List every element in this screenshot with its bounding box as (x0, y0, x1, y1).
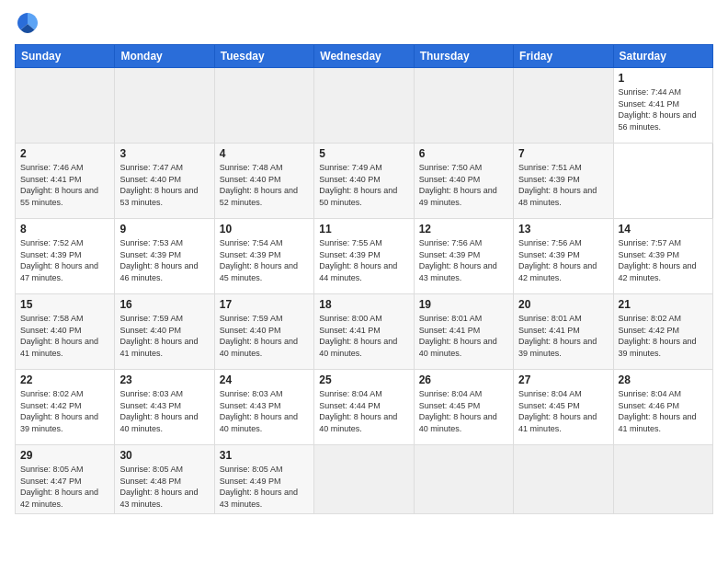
day-info: Sunrise: 7:57 AM Sunset: 4:39 PM Dayligh… (619, 237, 708, 283)
day-number: 27 (518, 373, 608, 386)
day-info: Sunrise: 7:56 AM Sunset: 4:39 PM Dayligh… (419, 237, 508, 283)
calendar-cell: 17 Sunrise: 7:59 AM Sunset: 4:40 PM Dayl… (214, 294, 313, 370)
logo-icon (15, 11, 40, 37)
day-number: 17 (220, 298, 309, 311)
calendar-cell: 3 Sunrise: 7:47 AM Sunset: 4:40 PM Dayli… (115, 144, 214, 219)
calendar-cell: 15 Sunrise: 7:58 AM Sunset: 4:40 PM Dayl… (16, 294, 115, 370)
day-info: Sunrise: 7:52 AM Sunset: 4:39 PM Dayligh… (20, 237, 109, 283)
day-info: Sunrise: 7:54 AM Sunset: 4:39 PM Dayligh… (220, 237, 309, 283)
day-info: Sunrise: 7:48 AM Sunset: 4:40 PM Dayligh… (220, 162, 309, 208)
day-info: Sunrise: 8:04 AM Sunset: 4:45 PM Dayligh… (419, 388, 508, 434)
header (15, 11, 713, 37)
day-number: 4 (220, 147, 309, 160)
day-number: 2 (20, 147, 109, 160)
day-info: Sunrise: 8:04 AM Sunset: 4:46 PM Dayligh… (619, 388, 708, 434)
day-info: Sunrise: 7:51 AM Sunset: 4:39 PM Dayligh… (518, 162, 608, 208)
day-number: 5 (319, 147, 408, 160)
day-number: 3 (119, 147, 209, 160)
day-number: 7 (518, 147, 608, 160)
day-info: Sunrise: 8:05 AM Sunset: 4:47 PM Dayligh… (20, 464, 109, 510)
day-number: 21 (619, 298, 708, 311)
day-info: Sunrise: 8:00 AM Sunset: 4:41 PM Dayligh… (319, 313, 408, 359)
calendar-cell: 7 Sunrise: 7:51 AM Sunset: 4:39 PM Dayli… (514, 144, 613, 219)
day-header-tuesday: Tuesday (214, 45, 313, 68)
day-number: 23 (119, 373, 209, 386)
day-info: Sunrise: 8:05 AM Sunset: 4:48 PM Dayligh… (119, 464, 209, 510)
day-number: 11 (319, 223, 408, 236)
day-info: Sunrise: 7:58 AM Sunset: 4:40 PM Dayligh… (20, 313, 109, 359)
calendar-cell (214, 68, 313, 144)
day-info: Sunrise: 8:02 AM Sunset: 4:42 PM Dayligh… (619, 313, 708, 359)
day-number: 18 (319, 298, 408, 311)
day-header-wednesday: Wednesday (314, 45, 414, 68)
calendar-cell: 22 Sunrise: 8:02 AM Sunset: 4:42 PM Dayl… (16, 370, 115, 445)
day-number: 10 (220, 223, 309, 236)
day-number: 6 (419, 147, 508, 160)
calendar-cell: 30 Sunrise: 8:05 AM Sunset: 4:48 PM Dayl… (115, 445, 214, 514)
calendar-cell (314, 68, 414, 144)
calendar-cell: 2 Sunrise: 7:46 AM Sunset: 4:41 PM Dayli… (16, 144, 115, 219)
calendar-cell: 10 Sunrise: 7:54 AM Sunset: 4:39 PM Dayl… (214, 219, 313, 294)
page: SundayMondayTuesdayWednesdayThursdayFrid… (0, 0, 728, 563)
calendar-cell: 14 Sunrise: 7:57 AM Sunset: 4:39 PM Dayl… (613, 219, 712, 294)
calendar-cell: 4 Sunrise: 7:48 AM Sunset: 4:40 PM Dayli… (214, 144, 313, 219)
day-number: 9 (119, 223, 209, 236)
day-info: Sunrise: 7:50 AM Sunset: 4:40 PM Dayligh… (419, 162, 508, 208)
calendar-cell: 13 Sunrise: 7:56 AM Sunset: 4:39 PM Dayl… (514, 219, 613, 294)
day-number: 28 (619, 373, 708, 386)
day-info: Sunrise: 7:59 AM Sunset: 4:40 PM Dayligh… (119, 313, 209, 359)
calendar-table: SundayMondayTuesdayWednesdayThursdayFrid… (15, 44, 713, 514)
day-number: 13 (518, 223, 608, 236)
day-header-monday: Monday (115, 45, 214, 68)
calendar-cell (414, 68, 513, 144)
calendar-cell: 9 Sunrise: 7:53 AM Sunset: 4:39 PM Dayli… (115, 219, 214, 294)
day-number: 19 (419, 298, 508, 311)
day-info: Sunrise: 8:04 AM Sunset: 4:44 PM Dayligh… (319, 388, 408, 434)
calendar-cell: 28 Sunrise: 8:04 AM Sunset: 4:46 PM Dayl… (613, 370, 712, 445)
day-header-friday: Friday (514, 45, 613, 68)
day-info: Sunrise: 8:02 AM Sunset: 4:42 PM Dayligh… (20, 388, 109, 434)
day-info: Sunrise: 8:03 AM Sunset: 4:43 PM Dayligh… (119, 388, 209, 434)
day-number: 1 (619, 72, 708, 85)
calendar-cell (514, 68, 613, 144)
logo (15, 11, 44, 37)
calendar-cell: 5 Sunrise: 7:49 AM Sunset: 4:40 PM Dayli… (314, 144, 414, 219)
calendar-cell (514, 445, 613, 514)
day-info: Sunrise: 7:53 AM Sunset: 4:39 PM Dayligh… (119, 237, 209, 283)
calendar-cell (314, 445, 414, 514)
day-number: 30 (119, 449, 209, 462)
day-number: 24 (220, 373, 309, 386)
calendar-cell: 26 Sunrise: 8:04 AM Sunset: 4:45 PM Dayl… (414, 370, 513, 445)
calendar-cell: 11 Sunrise: 7:55 AM Sunset: 4:39 PM Dayl… (314, 219, 414, 294)
calendar-cell: 21 Sunrise: 8:02 AM Sunset: 4:42 PM Dayl… (613, 294, 712, 370)
calendar-cell: 31 Sunrise: 8:05 AM Sunset: 4:49 PM Dayl… (214, 445, 313, 514)
day-number: 26 (419, 373, 508, 386)
day-number: 16 (119, 298, 209, 311)
day-number: 22 (20, 373, 109, 386)
day-info: Sunrise: 7:47 AM Sunset: 4:40 PM Dayligh… (119, 162, 209, 208)
day-info: Sunrise: 8:03 AM Sunset: 4:43 PM Dayligh… (220, 388, 309, 434)
calendar-cell: 24 Sunrise: 8:03 AM Sunset: 4:43 PM Dayl… (214, 370, 313, 445)
calendar-cell: 27 Sunrise: 8:04 AM Sunset: 4:45 PM Dayl… (514, 370, 613, 445)
day-number: 31 (220, 449, 309, 462)
day-info: Sunrise: 8:01 AM Sunset: 4:41 PM Dayligh… (518, 313, 608, 359)
day-info: Sunrise: 7:56 AM Sunset: 4:39 PM Dayligh… (518, 237, 608, 283)
calendar-cell: 12 Sunrise: 7:56 AM Sunset: 4:39 PM Dayl… (414, 219, 513, 294)
calendar-cell: 25 Sunrise: 8:04 AM Sunset: 4:44 PM Dayl… (314, 370, 414, 445)
day-number: 25 (319, 373, 408, 386)
day-header-sunday: Sunday (16, 45, 115, 68)
calendar-cell (115, 68, 214, 144)
day-number: 14 (619, 223, 708, 236)
day-number: 12 (419, 223, 508, 236)
calendar-cell: 6 Sunrise: 7:50 AM Sunset: 4:40 PM Dayli… (414, 144, 513, 219)
calendar-cell: 16 Sunrise: 7:59 AM Sunset: 4:40 PM Dayl… (115, 294, 214, 370)
calendar-cell (414, 445, 513, 514)
day-info: Sunrise: 7:44 AM Sunset: 4:41 PM Dayligh… (619, 86, 708, 132)
day-info: Sunrise: 7:55 AM Sunset: 4:39 PM Dayligh… (319, 237, 408, 283)
calendar-cell: 18 Sunrise: 8:00 AM Sunset: 4:41 PM Dayl… (314, 294, 414, 370)
calendar-cell: 19 Sunrise: 8:01 AM Sunset: 4:41 PM Dayl… (414, 294, 513, 370)
day-info: Sunrise: 7:59 AM Sunset: 4:40 PM Dayligh… (220, 313, 309, 359)
calendar-cell: 23 Sunrise: 8:03 AM Sunset: 4:43 PM Dayl… (115, 370, 214, 445)
day-number: 29 (20, 449, 109, 462)
calendar-cell: 29 Sunrise: 8:05 AM Sunset: 4:47 PM Dayl… (16, 445, 115, 514)
